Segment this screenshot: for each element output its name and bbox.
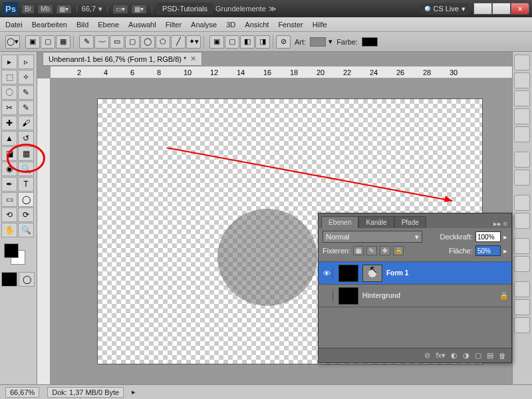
close-tab-icon[interactable]: ✕ <box>190 55 196 63</box>
fill-input[interactable] <box>475 245 501 256</box>
pen-icon[interactable]: ✎ <box>79 35 94 49</box>
layer-name[interactable]: Form 1 <box>386 269 408 277</box>
combine-exclude-icon[interactable]: ◨ <box>255 35 270 49</box>
marquee-tool[interactable]: ⬚ <box>1 70 17 84</box>
history-brush-tool[interactable]: ↺ <box>18 131 34 146</box>
magic-wand-tool[interactable]: ✧ <box>18 70 34 84</box>
eraser-tool[interactable]: ◪ <box>1 146 17 161</box>
layer-style-icon[interactable]: fx▾ <box>436 351 446 360</box>
ellipse-shape-tool[interactable]: ◯ <box>18 192 34 207</box>
shape-layers-icon[interactable]: ▣ <box>25 35 40 49</box>
lock-pixels-icon[interactable]: ✎ <box>366 246 377 255</box>
dock-channels-icon[interactable] <box>514 299 530 315</box>
adjustment-layer-icon[interactable]: ◑ <box>463 351 469 360</box>
dock-clone-icon[interactable] <box>514 108 530 124</box>
tab-ebenen[interactable]: Ebenen <box>321 216 358 228</box>
path-select-tool[interactable]: ▹ <box>18 55 34 69</box>
tab-kanale[interactable]: Kanäle <box>358 216 394 228</box>
dock-layers-icon[interactable] <box>514 281 530 297</box>
dock-mb-icon[interactable] <box>514 170 530 186</box>
menu-fenster[interactable]: Fenster <box>278 21 303 29</box>
ruler-horizontal[interactable]: 24681012141618202224262830 <box>51 66 512 78</box>
freeform-pen-icon[interactable]: 〰 <box>94 35 109 49</box>
layer-row[interactable]: Hintergrund 🔒 <box>319 285 511 307</box>
menu-ebene[interactable]: Ebene <box>98 21 119 29</box>
layer-mask-thumbnail[interactable] <box>362 265 382 282</box>
menu-analyse[interactable]: Analyse <box>191 21 217 29</box>
blend-mode-select[interactable]: Normal▾ <box>323 231 422 243</box>
lock-all-icon[interactable]: 🔒 <box>393 246 404 255</box>
menu-ansicht[interactable]: Ansicht <box>245 21 269 29</box>
cs-live-button[interactable]: CS Live▾ <box>420 3 471 15</box>
zoom-level[interactable]: 66,7 <box>82 5 96 13</box>
combine-intersect-icon[interactable]: ◧ <box>240 35 255 49</box>
dock-adjustments-icon[interactable] <box>514 238 530 254</box>
quick-select-tool[interactable]: ✎ <box>18 85 34 100</box>
ruler-vertical[interactable] <box>37 78 51 384</box>
view-extras-button[interactable]: ▭▾ <box>112 4 128 14</box>
dock-paragraph-icon[interactable] <box>514 152 530 168</box>
ellipse-shape[interactable] <box>217 209 317 306</box>
bridge-button[interactable]: Br <box>21 4 35 14</box>
type-tool[interactable]: T <box>18 177 34 192</box>
blur-tool[interactable]: ◉ <box>1 162 17 176</box>
panel-menu-icon[interactable]: ▸▸ ≡ <box>489 219 511 228</box>
zoom-tool[interactable]: 🔍 <box>18 223 34 237</box>
new-layer-icon[interactable]: ▤ <box>487 351 493 360</box>
tool-preset-icon[interactable]: ◯▾ <box>5 35 20 49</box>
dock-play-icon[interactable] <box>514 126 530 142</box>
rectangle-shape-tool[interactable]: ▭ <box>1 192 17 207</box>
dock-color-icon[interactable] <box>514 213 530 229</box>
paths-icon[interactable]: ▢ <box>41 35 55 49</box>
layer-thumbnail[interactable] <box>338 265 358 282</box>
screen-mode-button[interactable]: ▦▾ <box>56 4 72 14</box>
layer-name[interactable]: Hintergrund <box>362 292 400 299</box>
gradient-tool[interactable]: ▦ <box>18 146 34 161</box>
dock-paths-icon[interactable] <box>514 317 530 333</box>
menu-datei[interactable]: Datei <box>5 21 23 29</box>
3d-orbit-tool[interactable]: ⟳ <box>18 207 34 222</box>
delete-layer-icon[interactable]: 🗑 <box>499 352 506 360</box>
healing-tool[interactable]: ✚ <box>1 116 17 130</box>
layer-mask-icon[interactable]: ◐ <box>451 351 458 360</box>
dock-brush-icon[interactable] <box>514 90 530 106</box>
polygon-icon[interactable]: ⬠ <box>156 35 170 49</box>
standard-mode-icon[interactable]: ▣ <box>1 272 17 287</box>
menu-3d[interactable]: 3D <box>226 21 235 29</box>
menu-filter[interactable]: Filter <box>166 21 182 29</box>
workspace-name[interactable]: Grundelemente <box>215 5 266 13</box>
layer-row[interactable]: 👁 Form 1 <box>319 262 511 285</box>
fill-pixels-icon[interactable]: ▦ <box>56 35 70 49</box>
link-icon[interactable]: ⊘ <box>276 35 291 49</box>
status-zoom[interactable]: 66,67% <box>5 387 39 398</box>
combine-add-icon[interactable]: ▣ <box>209 35 224 49</box>
dock-history-icon[interactable] <box>514 55 530 70</box>
status-doc-info[interactable]: Dok: 1,37 MB/0 Byte <box>47 387 124 398</box>
minimize-button[interactable]: ─ <box>473 3 492 15</box>
tab-pfade[interactable]: Pfade <box>394 216 426 228</box>
arrange-button[interactable]: ▦▾ <box>131 4 147 14</box>
move-tool[interactable]: ▸ <box>1 55 17 69</box>
document-tab[interactable]: Unbenannt-1 bei 66,7% (Form 1, RGB/8) *✕ <box>43 52 202 66</box>
group-icon[interactable]: ▢ <box>475 351 481 360</box>
visibility-icon[interactable] <box>321 290 333 302</box>
style-swatch[interactable] <box>310 37 326 47</box>
layer-thumbnail[interactable] <box>338 287 358 305</box>
eyedropper-tool[interactable]: ✎ <box>18 100 34 115</box>
color-swatches[interactable] <box>1 242 35 269</box>
pen-tool[interactable]: ✒ <box>1 177 17 192</box>
link-layers-icon[interactable]: ⊘ <box>424 351 430 360</box>
lock-position-icon[interactable]: ✥ <box>380 246 390 255</box>
menu-auswahl[interactable]: Auswahl <box>128 21 156 29</box>
ellipse-icon[interactable]: ◯ <box>140 35 155 49</box>
rounded-rect-icon[interactable]: ▢ <box>125 35 140 49</box>
3d-rotate-tool[interactable]: ⟲ <box>1 207 17 222</box>
minibridge-button[interactable]: Mb <box>37 4 53 14</box>
dock-swatches-icon[interactable] <box>514 195 530 211</box>
close-button[interactable]: ✕ <box>511 3 529 15</box>
visibility-icon[interactable]: 👁 <box>321 267 333 279</box>
stamp-tool[interactable]: ▲ <box>1 131 17 146</box>
dock-masks-icon[interactable] <box>514 256 530 272</box>
color-swatch[interactable] <box>362 37 378 47</box>
foreground-color[interactable] <box>4 243 19 258</box>
